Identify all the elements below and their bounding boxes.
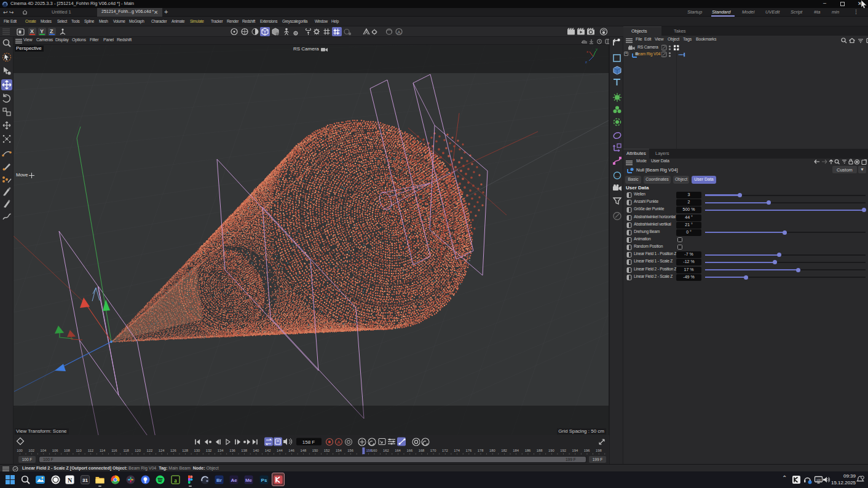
svg-text:112: 112 — [88, 449, 93, 452]
svg-text:184: 184 — [513, 449, 519, 452]
svg-text:Me: Me — [245, 478, 253, 483]
svg-text:140: 140 — [253, 449, 259, 452]
svg-text:170: 170 — [430, 449, 436, 452]
svg-text:110: 110 — [76, 449, 81, 452]
svg-text:152: 152 — [324, 449, 330, 452]
svg-text:164: 164 — [395, 449, 401, 452]
svg-text:132: 132 — [206, 449, 212, 452]
svg-text:144: 144 — [277, 449, 283, 452]
svg-text:Ps: Ps — [261, 478, 267, 483]
svg-text:150: 150 — [312, 449, 318, 452]
svg-text:188: 188 — [537, 449, 543, 452]
svg-text:100: 100 — [17, 449, 23, 452]
svg-text:122: 122 — [147, 449, 153, 452]
svg-text:176: 176 — [466, 449, 472, 452]
svg-text:N: N — [68, 477, 73, 484]
svg-text:120: 120 — [135, 449, 141, 452]
svg-text:180: 180 — [489, 449, 495, 452]
svg-text:126: 126 — [170, 449, 176, 452]
svg-text:106: 106 — [52, 449, 58, 452]
svg-text:136: 136 — [229, 449, 235, 452]
svg-text:158 F: 158 F — [302, 439, 315, 445]
svg-text:142: 142 — [265, 449, 271, 452]
svg-text:108: 108 — [64, 449, 70, 452]
svg-text:190: 190 — [548, 449, 554, 452]
svg-text:104: 104 — [41, 449, 47, 452]
svg-text:194: 194 — [572, 449, 578, 452]
svg-text:148: 148 — [300, 449, 306, 452]
svg-text:A: A — [337, 439, 340, 445]
svg-text:172: 172 — [442, 449, 448, 452]
svg-text:174: 174 — [454, 449, 460, 452]
svg-text:134: 134 — [218, 449, 224, 452]
svg-text:Ae: Ae — [231, 478, 237, 483]
svg-text:124: 124 — [159, 449, 165, 452]
svg-text:154: 154 — [336, 449, 342, 452]
svg-text:A: A — [397, 30, 401, 35]
svg-text:118: 118 — [123, 449, 128, 452]
svg-text:102: 102 — [28, 449, 34, 452]
svg-text:178: 178 — [478, 449, 484, 452]
svg-text:116: 116 — [111, 449, 117, 452]
svg-text:196: 196 — [584, 449, 590, 452]
svg-text:114: 114 — [100, 449, 106, 452]
svg-text:198: 198 — [596, 449, 602, 452]
svg-text:31: 31 — [82, 478, 88, 483]
svg-text:182: 182 — [501, 449, 507, 452]
svg-text:146: 146 — [288, 449, 294, 452]
svg-text:160: 160 — [371, 449, 377, 452]
svg-text:192: 192 — [560, 449, 566, 452]
svg-text:x: x — [586, 50, 588, 53]
svg-text:y: y — [596, 47, 598, 51]
svg-text:z: z — [585, 60, 587, 64]
svg-text:186: 186 — [525, 449, 531, 452]
svg-text:138: 138 — [241, 449, 247, 452]
svg-text:156: 156 — [347, 449, 353, 452]
svg-text:162: 162 — [383, 449, 389, 452]
svg-text:128: 128 — [182, 449, 188, 452]
svg-text:166: 166 — [406, 449, 412, 452]
svg-text:100: 100 — [816, 479, 821, 482]
svg-text:a: a — [174, 477, 177, 484]
svg-text:130: 130 — [194, 449, 200, 452]
svg-text:158: 158 — [366, 449, 372, 452]
svg-text:Br: Br — [216, 478, 222, 483]
svg-text:168: 168 — [419, 449, 425, 452]
